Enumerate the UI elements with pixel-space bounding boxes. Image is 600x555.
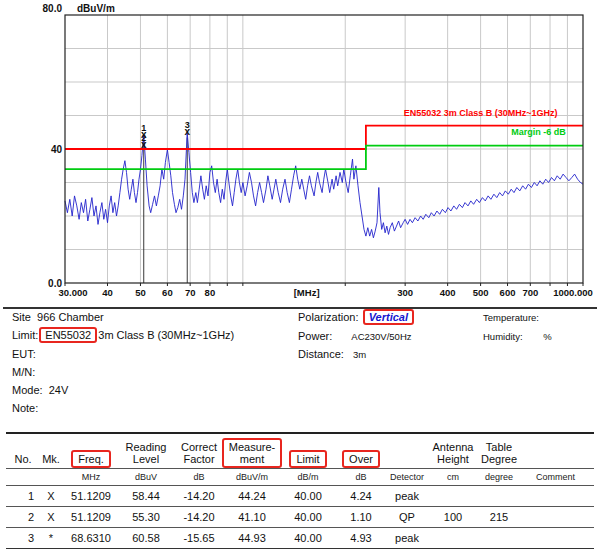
x-tick-label: 30.000	[58, 287, 87, 298]
temperature-line: Temperature:	[483, 312, 539, 323]
column-header-freq: Freq.	[62, 453, 120, 468]
column-header-limit: Limit	[278, 453, 338, 468]
column-unit-reading_level: dBuV	[120, 472, 172, 482]
cell-freq: 51.1209	[62, 511, 120, 523]
y-axis-unit-label: dBuV/m	[77, 3, 115, 14]
x-tick-label: 400	[440, 287, 456, 298]
cell-detector: QP	[384, 511, 430, 523]
table-units-row: MHzdBuVdBdBuV/mdB/mdBDetectorcmdegreeCom…	[6, 469, 594, 486]
marker-number: 1	[141, 123, 146, 133]
cell-over: 1.10	[338, 511, 384, 523]
note-line: Note:	[12, 402, 38, 414]
section-divider	[3, 307, 597, 309]
column-header-reading_level: Reading Level	[120, 441, 172, 468]
limit-line-label: EN55032 3m Class B (30MHz~1GHz)	[404, 108, 558, 118]
column-header-over: Over	[338, 453, 384, 468]
column-header-detector	[384, 465, 430, 468]
column-unit-correct_factor: dB	[172, 472, 226, 482]
cell-detector: peak	[384, 532, 430, 544]
column-unit-comment: Comment	[522, 472, 594, 482]
cell-reading_level: 60.58	[120, 532, 172, 544]
header-text-no: No.	[14, 453, 31, 465]
measurement-row-3: 3*68.631060.58-15.6544.9340.004.93peak	[6, 528, 594, 549]
site-label: Site	[12, 311, 31, 323]
column-unit-over: dB	[338, 472, 384, 482]
cell-table_degree: 215	[476, 511, 522, 523]
header-text-reading_level: Reading Level	[126, 441, 167, 465]
x-tick-label: [MHz]	[294, 287, 320, 298]
limit-standard-value: EN55032	[45, 329, 91, 341]
cell-correct_factor: -14.20	[172, 511, 226, 523]
measurement-row-1: 1X51.120958.44-14.2044.2440.004.24peak	[6, 486, 594, 507]
x-tick-label: 700	[522, 287, 538, 298]
cell-mk: X	[40, 490, 62, 502]
cell-limit: 40.00	[278, 511, 338, 523]
cell-freq: 68.6310	[62, 532, 120, 544]
mode-label: Mode:	[12, 384, 43, 396]
x-tick-label: 70	[185, 287, 196, 298]
polarization-label: Polarization:	[298, 311, 359, 323]
cell-mk: X	[40, 511, 62, 523]
column-unit-table_degree: degree	[476, 472, 522, 482]
x-tick-label: 1000.000	[553, 287, 593, 298]
temperature-label: Temperature:	[483, 312, 539, 323]
column-header-comment	[522, 465, 594, 468]
x-tick-label: 80	[205, 287, 216, 298]
cell-limit: 40.00	[278, 532, 338, 544]
column-unit-measurement: dBuV/m	[226, 472, 278, 482]
column-header-mk: Mk.	[40, 453, 62, 468]
column-unit-limit: dB/m	[278, 472, 338, 482]
cell-mk: *	[40, 532, 62, 544]
cell-measurement: 44.93	[226, 532, 278, 544]
header-highlight-over: Over	[342, 450, 380, 468]
y-tick-label: 80.0	[43, 3, 63, 14]
column-header-table_degree: Table Degree	[476, 441, 522, 468]
power-value: AC230V/50Hz	[351, 331, 411, 342]
mode-line: Mode: 24V	[12, 384, 68, 396]
header-text-antenna_height: Antenna Height	[433, 441, 474, 465]
cell-limit: 40.00	[278, 490, 338, 502]
column-header-antenna_height: Antenna Height	[430, 441, 476, 468]
cell-over: 4.93	[338, 532, 384, 544]
header-highlight-limit: Limit	[289, 450, 326, 468]
mn-line: M/N:	[12, 366, 35, 378]
column-unit-antenna_height: cm	[430, 472, 476, 482]
eut-label: EUT:	[12, 348, 36, 360]
x-tick-label: 40	[102, 287, 113, 298]
column-header-measurement: Measure- ment	[226, 441, 278, 468]
mode-value: 24V	[49, 384, 69, 396]
y-tick-label: 40	[51, 144, 63, 155]
cell-no: 1	[6, 490, 40, 502]
note-label: Note:	[12, 402, 38, 414]
cell-over: 4.24	[338, 490, 384, 502]
distance-line: Distance: 3m	[298, 348, 366, 360]
polarization-value: Vertical	[369, 311, 408, 323]
margin-line-label: Margin -6 dB	[511, 127, 566, 137]
header-text-table_degree: Table Degree	[481, 441, 517, 465]
cell-no: 2	[6, 511, 40, 523]
cell-measurement: 41.10	[226, 511, 278, 523]
marker-number: 2	[141, 133, 146, 143]
eut-line: EUT:	[12, 348, 36, 360]
mn-label: M/N:	[12, 366, 35, 378]
limit-detail-value: 3m Class B (30MHz~1GHz)	[98, 329, 234, 341]
limit-standard-highlight: EN55032	[39, 327, 97, 343]
cell-correct_factor: -14.20	[172, 490, 226, 502]
table-header-row: No.Mk.Freq.Reading LevelCorrect FactorMe…	[6, 432, 594, 469]
column-unit-freq: MHz	[62, 472, 120, 482]
limit-label: Limit:	[12, 329, 38, 341]
column-unit-detector: Detector	[384, 472, 430, 482]
humidity-label: Humidity:	[483, 331, 523, 342]
site-line: Site 966 Chamber	[12, 311, 104, 323]
humidity-line: Humidity: %	[483, 331, 552, 342]
cell-freq: 51.1209	[62, 490, 120, 502]
cell-no: 3	[6, 532, 40, 544]
x-tick-label: 60	[162, 287, 173, 298]
power-line: Power: AC230V/50Hz	[298, 330, 412, 342]
cell-detector: peak	[384, 490, 430, 502]
header-highlight-measurement: Measure- ment	[222, 438, 282, 468]
emission-spectrum-chart: EN55032 3m Class B (30MHz~1GHz)Margin -6…	[0, 0, 600, 302]
column-header-no: No.	[6, 453, 40, 468]
x-tick-label: 50	[135, 287, 146, 298]
limit-line-info: Limit: EN55032 3m Class B (30MHz~1GHz)	[12, 329, 234, 341]
